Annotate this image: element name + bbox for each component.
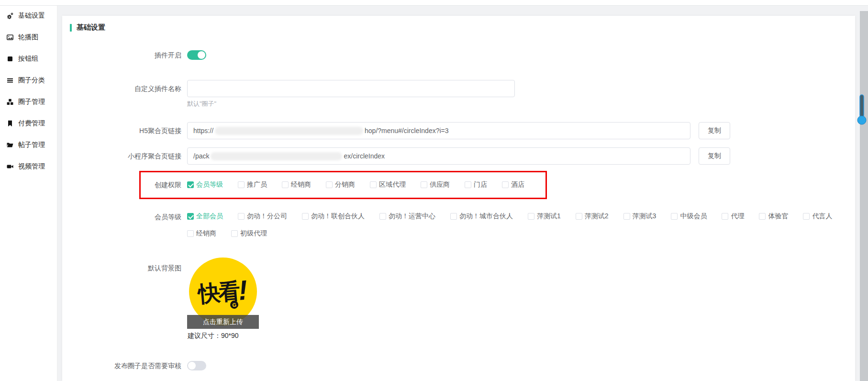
checkbox-create-2[interactable]: 经销商 xyxy=(282,180,311,189)
sidebar-item-button-group[interactable]: 按钮组 xyxy=(0,48,57,69)
create-permission-label: 创建权限 xyxy=(62,180,187,190)
plugin-enable-toggle[interactable] xyxy=(187,50,206,60)
reupload-button[interactable]: 点击重新上传 xyxy=(187,315,259,329)
checkbox-box xyxy=(282,181,289,188)
member-level-options-line1: 全部会员 勿动！分公司 勿动！联创合伙人 勿动！运营中心 勿动！城市合伙人 萍测… xyxy=(187,212,832,221)
sidebar-item-post-management[interactable]: 帖子管理 xyxy=(0,134,57,156)
content-area: 基础设置 插件开启 自定义插件名称 默认"圈子" H5聚合页链接 https:/… xyxy=(57,6,868,381)
checkbox-box xyxy=(803,213,810,220)
sidebar-item-label: 圈子管理 xyxy=(18,98,45,106)
default-bg-label: 默认背景图 xyxy=(62,258,187,273)
mini-link-label: 小程序聚合页链接 xyxy=(62,147,187,165)
sidebar-item-label: 付费管理 xyxy=(18,119,45,128)
list-icon xyxy=(6,77,14,84)
checkbox-create-6[interactable]: 门店 xyxy=(465,180,487,189)
checkbox-box xyxy=(528,213,534,220)
mini-link-copy-button[interactable]: 复制 xyxy=(699,147,730,165)
checkbox-create-4[interactable]: 区域代理 xyxy=(370,180,406,189)
member-level-label: 会员等级 xyxy=(62,212,187,222)
sidebar-item-label: 轮播图 xyxy=(18,33,38,42)
vertical-scrollbar[interactable] xyxy=(860,11,868,381)
checkbox-box xyxy=(231,230,238,237)
sidebar-item-label: 基础设置 xyxy=(18,11,45,20)
checkbox-create-7[interactable]: 酒店 xyxy=(502,180,524,189)
checkbox-box xyxy=(465,181,471,188)
redacted-blur xyxy=(211,152,342,160)
logo-exclamation: ! xyxy=(237,274,249,305)
sidebar-item-video-management[interactable]: 视频管理 xyxy=(0,156,57,177)
checkbox-member-11[interactable]: 代言人 xyxy=(803,212,832,221)
checkbox-box xyxy=(421,181,427,188)
checkbox-box xyxy=(187,181,194,188)
default-bg-uploader: 快看! G 点击重新上传 建议尺寸：90*90 xyxy=(187,258,259,340)
checkbox-box xyxy=(187,230,194,237)
section-title-bar xyxy=(70,24,72,32)
h5-link-copy-button[interactable]: 复制 xyxy=(699,122,730,139)
checkbox-member-9[interactable]: 代理 xyxy=(722,212,744,221)
gears-icon xyxy=(6,12,14,20)
checkbox-box xyxy=(370,181,377,188)
toggle-knob xyxy=(198,51,205,59)
section-title-text: 基础设置 xyxy=(77,23,105,32)
sidebar-item-label: 按钮组 xyxy=(18,55,38,63)
checkbox-box xyxy=(759,213,766,220)
publish-review-toggle[interactable] xyxy=(187,361,206,370)
row-member-level: 会员等级 全部会员 勿动！分公司 勿动！联创合伙人 勿动！运营中心 勿动！城市合… xyxy=(62,212,855,238)
toggle-knob xyxy=(188,362,196,370)
checkbox-member-10[interactable]: 体验官 xyxy=(759,212,788,221)
row-h5-link: H5聚合页链接 https://hop/?menu#/circleIndex?i… xyxy=(62,122,855,139)
checkbox-member-13[interactable]: 初级代理 xyxy=(231,229,267,238)
plugin-name-label: 自定义插件名称 xyxy=(62,80,187,97)
sidebar-item-basic-settings[interactable]: 基础设置 xyxy=(0,5,57,26)
checkbox-member-3[interactable]: 勿动！运营中心 xyxy=(379,212,435,221)
sidebar-item-circle-category[interactable]: 圈子分类 xyxy=(0,69,57,91)
top-bar xyxy=(0,0,868,6)
bookmark-icon xyxy=(6,120,14,127)
checkbox-member-5[interactable]: 萍测试1 xyxy=(528,212,561,221)
checkbox-box xyxy=(671,213,678,220)
row-publish-review: 发布圈子是否需要审核 xyxy=(62,361,855,370)
sidebar-item-carousel[interactable]: 轮播图 xyxy=(0,26,57,48)
checkbox-box xyxy=(379,213,386,220)
checkbox-create-3[interactable]: 分销商 xyxy=(326,180,355,189)
sidebar-item-payment-management[interactable]: 付费管理 xyxy=(0,112,57,134)
checkbox-member-6[interactable]: 萍测试2 xyxy=(576,212,609,221)
publish-review-label: 发布圈子是否需要审核 xyxy=(62,361,187,370)
section-title: 基础设置 xyxy=(70,23,855,32)
mini-link-input[interactable]: /packex/circleIndex xyxy=(187,147,690,165)
plugin-name-input[interactable] xyxy=(187,80,515,97)
checkbox-member-0[interactable]: 全部会员 xyxy=(187,212,223,221)
checkbox-create-0[interactable]: 会员等级 xyxy=(187,180,223,189)
create-permission-options: 会员等级 推广员 经销商 分销商 区域代理 供应商 门店 酒店 xyxy=(187,180,524,189)
checkbox-member-2[interactable]: 勿动！联创合伙人 xyxy=(302,212,365,221)
row-default-bg: 默认背景图 快看! G 点击重新上传 建议尺寸：90*90 xyxy=(62,258,855,340)
checkbox-box xyxy=(302,213,309,220)
image-icon xyxy=(6,34,14,41)
mini-link-text-prefix: /pack xyxy=(193,152,209,160)
checkbox-member-12[interactable]: 经销商 xyxy=(187,229,216,238)
sidebar-item-label: 圈子分类 xyxy=(18,76,45,85)
member-level-options-line2: 经销商 初级代理 xyxy=(187,229,832,238)
square-icon xyxy=(6,55,14,63)
checkbox-member-1[interactable]: 勿动！分公司 xyxy=(238,212,287,221)
checkbox-create-1[interactable]: 推广员 xyxy=(238,180,267,189)
checkbox-member-4[interactable]: 勿动！城市合伙人 xyxy=(450,212,513,221)
checkbox-member-8[interactable]: 中级会员 xyxy=(671,212,707,221)
checkbox-member-7[interactable]: 萍测试3 xyxy=(623,212,657,221)
video-camera-icon xyxy=(6,163,14,170)
h5-link-input[interactable]: https://hop/?menu#/circleIndex?i=3 xyxy=(187,122,690,139)
sidebar-item-circle-management[interactable]: 圈子管理 xyxy=(0,91,57,112)
checkbox-box xyxy=(722,213,728,220)
size-hint: 建议尺寸：90*90 xyxy=(187,332,259,340)
checkbox-box xyxy=(238,213,245,220)
h5-link-label: H5聚合页链接 xyxy=(62,122,187,139)
sidebar-item-label: 帖子管理 xyxy=(18,141,45,149)
folder-icon xyxy=(6,141,14,149)
checkbox-box xyxy=(576,213,582,220)
row-plugin-name: 自定义插件名称 默认"圈子" xyxy=(62,80,855,108)
sidebar: 基础设置 轮播图 按钮组 圈子分类 圈子管理 付费管理 帖子管理 xyxy=(0,0,57,381)
checkbox-create-5[interactable]: 供应商 xyxy=(421,180,450,189)
logo-text: 快看! xyxy=(197,273,249,310)
sidebar-item-label: 视频管理 xyxy=(18,162,45,171)
mouse-cursor xyxy=(857,94,867,125)
